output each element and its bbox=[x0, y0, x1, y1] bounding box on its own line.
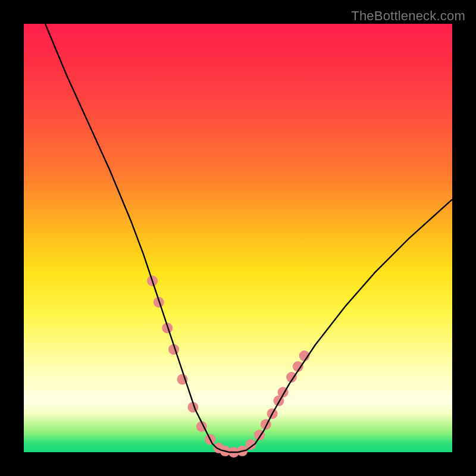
chart-svg bbox=[24, 24, 452, 452]
chart-frame: TheBottleneck.com bbox=[0, 0, 476, 476]
plot-area bbox=[24, 24, 452, 452]
watermark-text: TheBottleneck.com bbox=[351, 8, 465, 24]
bottleneck-curve bbox=[45, 24, 452, 452]
marker-group bbox=[147, 275, 310, 458]
data-marker bbox=[261, 419, 271, 430]
